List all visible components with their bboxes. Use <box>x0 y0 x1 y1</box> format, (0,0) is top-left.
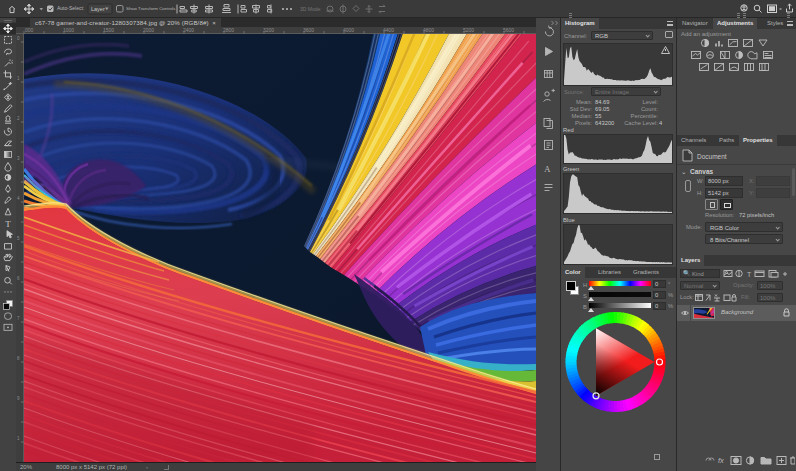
svg-text:T: T <box>747 271 752 278</box>
svg-text:T: T <box>5 219 11 229</box>
svg-text:5600: 5600 <box>503 27 514 33</box>
svg-text:4800: 4800 <box>423 27 434 33</box>
svg-text:Layer: Layer <box>91 6 105 12</box>
svg-text:1500: 1500 <box>103 27 114 33</box>
svg-text:2: 2 <box>17 116 20 121</box>
svg-text:1000: 1000 <box>63 27 74 33</box>
svg-text:3D Mode:: 3D Mode: <box>300 6 322 12</box>
svg-text:3200: 3200 <box>263 27 274 33</box>
svg-text:1: 1 <box>17 436 20 441</box>
svg-text:0: 0 <box>17 36 20 41</box>
svg-text:6: 6 <box>17 276 20 281</box>
svg-text:8: 8 <box>17 356 20 361</box>
svg-text:4400: 4400 <box>383 27 394 33</box>
svg-text:4000: 4000 <box>343 27 354 33</box>
svg-text:2800: 2800 <box>223 27 234 33</box>
svg-text:1: 1 <box>17 76 20 81</box>
svg-text:7: 7 <box>17 316 20 321</box>
svg-text:9: 9 <box>17 396 20 401</box>
svg-text:5200: 5200 <box>463 27 474 33</box>
svg-text:2400: 2400 <box>183 27 194 33</box>
svg-text:2000: 2000 <box>143 27 154 33</box>
svg-text:5: 5 <box>17 236 20 241</box>
svg-text:A: A <box>544 164 551 174</box>
svg-text:4: 4 <box>17 196 20 201</box>
svg-text:fx: fx <box>718 456 724 465</box>
svg-text:3600: 3600 <box>303 27 314 33</box>
svg-text:000: 000 <box>25 27 34 33</box>
svg-text:Show Transform Controls: Show Transform Controls <box>126 6 176 11</box>
svg-text:Auto-Select:: Auto-Select: <box>57 5 84 11</box>
svg-text:3: 3 <box>17 156 20 161</box>
